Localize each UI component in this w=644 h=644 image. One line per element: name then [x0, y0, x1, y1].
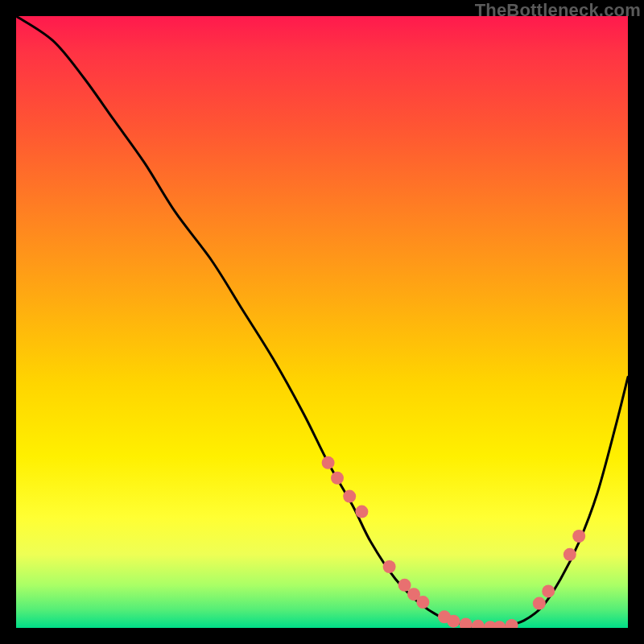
- svg-point-15: [533, 597, 546, 610]
- svg-point-11: [472, 620, 485, 628]
- watermark-text: TheBottleneck.com: [475, 0, 641, 21]
- chart-svg: [16, 16, 628, 628]
- svg-point-3: [355, 506, 368, 518]
- bottleneck-curve-line: [16, 16, 628, 628]
- svg-point-16: [542, 584, 555, 597]
- svg-point-17: [564, 548, 576, 561]
- svg-point-0: [322, 456, 335, 469]
- svg-point-1: [331, 472, 344, 485]
- svg-point-13: [493, 621, 506, 628]
- svg-point-9: [447, 615, 460, 628]
- svg-point-4: [383, 560, 396, 573]
- svg-point-5: [398, 579, 411, 592]
- svg-point-2: [343, 490, 356, 503]
- svg-point-7: [416, 596, 429, 609]
- svg-point-10: [460, 617, 473, 628]
- svg-point-14: [506, 619, 518, 628]
- svg-point-18: [572, 530, 585, 543]
- bottleneck-chart: [16, 16, 628, 628]
